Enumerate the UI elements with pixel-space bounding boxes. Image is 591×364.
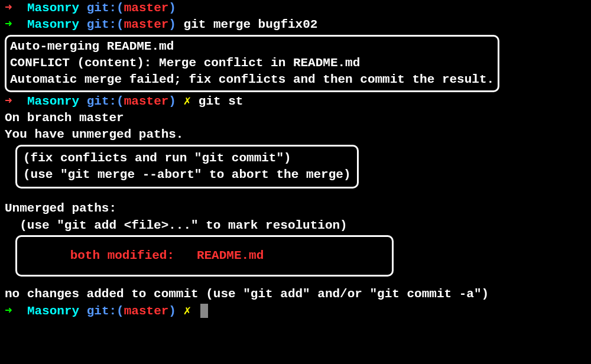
git-close: ) — [168, 1, 176, 15]
git-branch: master — [124, 304, 169, 318]
merge-failed-line: Automatic merge failed; fix conflicts an… — [10, 72, 494, 88]
prompt-arrow-icon: ➜ — [5, 95, 12, 108]
git-label: git:( — [87, 1, 124, 15]
git-branch: master — [124, 1, 169, 15]
dirty-icon: ✗ — [184, 304, 191, 318]
merge-output-box: Auto-merging README.md CONFLICT (content… — [5, 35, 499, 92]
status-unmerged: You have unmerged paths. — [5, 126, 586, 143]
both-modified-file: README.md — [197, 249, 264, 262]
both-modified-line: both modified: README.md — [25, 248, 384, 264]
add-hint: (use "git add <file>..." to mark resolut… — [5, 217, 586, 234]
git-label: git:( — [87, 304, 124, 318]
terminal-output[interactable]: ➜ Masonry git:(master) ➜ Masonry git:(ma… — [5, 0, 586, 320]
merge-conflict-line: CONFLICT (content): Merge conflict in RE… — [10, 55, 494, 72]
git-close: ) — [168, 18, 176, 31]
prompt-line-0: ➜ Masonry git:(master) — [5, 0, 586, 17]
prompt-arrow-icon: ➜ — [5, 1, 12, 15]
cursor-icon[interactable] — [200, 304, 208, 318]
dirty-icon: ✗ — [184, 95, 191, 108]
prompt-dir: Masonry — [27, 304, 79, 318]
hints-box-1: (fix conflicts and run "git commit") (us… — [15, 145, 359, 189]
git-branch: master — [124, 18, 169, 31]
git-close: ) — [168, 95, 176, 108]
unmerged-paths-header: Unmerged paths: — [5, 200, 586, 217]
prompt-dir: Masonry — [27, 18, 79, 31]
prompt-dir: Masonry — [27, 1, 79, 15]
no-changes-line: no changes added to commit (use "git add… — [5, 286, 586, 303]
both-modified-label: both modified: — [70, 249, 174, 262]
git-label: git:( — [87, 95, 124, 108]
command-text: git merge bugfix02 — [184, 18, 318, 31]
status-branch: On branch master — [5, 110, 586, 126]
git-branch: master — [124, 95, 169, 108]
git-label: git:( — [87, 18, 124, 31]
prompt-line-3: ➜ Masonry git:(master) ✗ — [5, 303, 586, 320]
both-modified-box: both modified: README.md — [15, 235, 394, 277]
prompt-line-2: ➜ Masonry git:(master) ✗ git st — [5, 93, 586, 110]
prompt-dir: Masonry — [27, 95, 79, 108]
git-close: ) — [168, 304, 176, 318]
prompt-arrow-icon: ➜ — [5, 304, 12, 318]
hint-line: (fix conflicts and run "git commit") — [23, 150, 351, 167]
hint-line: (use "git merge --abort" to abort the me… — [23, 167, 351, 183]
merge-line: Auto-merging README.md — [10, 38, 494, 55]
prompt-line-1: ➜ Masonry git:(master) git merge bugfix0… — [5, 17, 586, 33]
prompt-arrow-icon: ➜ — [5, 18, 12, 31]
command-text: git st — [199, 95, 243, 108]
